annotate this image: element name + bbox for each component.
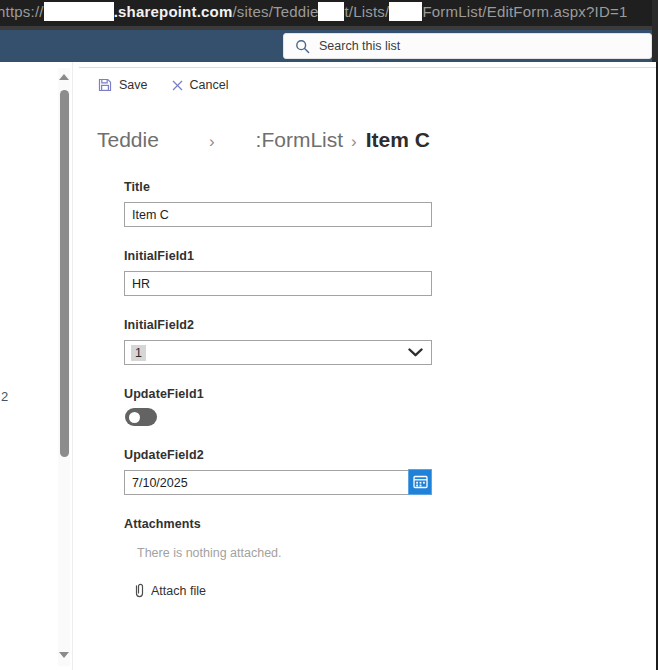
- field-label-initialfield2: InitialField2: [124, 318, 194, 332]
- save-button[interactable]: Save: [98, 78, 148, 92]
- url-text[interactable]: https://.sharepoint.com/sites/Teddiet/Li…: [0, 2, 627, 21]
- window-corner: [652, 0, 658, 62]
- scrollbar-up-arrow-icon[interactable]: [59, 74, 69, 80]
- calendar-icon: [413, 475, 428, 489]
- breadcrumb-item-title: Item C: [366, 128, 430, 152]
- cancel-button-label: Cancel: [190, 78, 229, 92]
- attachments-label: Attachments: [124, 517, 201, 531]
- attach-file-button[interactable]: Attach file: [135, 583, 206, 598]
- scrollbar-down-arrow-icon[interactable]: [59, 652, 69, 658]
- url-redaction-box: [389, 2, 422, 21]
- field-label-updatefield2: UpdateField2: [124, 448, 204, 462]
- attachments-empty-text: There is nothing attached.: [137, 546, 282, 560]
- url-domain: .sharepoint.com: [114, 3, 233, 20]
- url-scheme: https://: [0, 3, 44, 20]
- breadcrumb-list-link[interactable]: :FormList: [256, 128, 344, 152]
- cancel-button[interactable]: Cancel: [172, 78, 229, 92]
- field-label-updatefield1: UpdateField1: [124, 387, 204, 401]
- initialfield1-field[interactable]: [124, 271, 432, 296]
- search-input[interactable]: [319, 39, 619, 53]
- browser-url-bar: https://.sharepoint.com/sites/Teddiet/Li…: [0, 0, 658, 26]
- initialfield2-dropdown[interactable]: 1: [124, 340, 432, 365]
- url-redaction-box: [318, 2, 344, 21]
- updatefield1-toggle[interactable]: [125, 408, 157, 426]
- url-path-sites: /sites/Teddie: [232, 3, 318, 20]
- title-field[interactable]: [124, 202, 432, 227]
- url-redaction-box: [44, 2, 114, 21]
- cutoff-list-number: 2: [1, 389, 8, 404]
- panel-divider: [72, 62, 73, 670]
- search-icon: [295, 39, 310, 54]
- panel-top-border: [79, 67, 656, 68]
- save-button-label: Save: [119, 78, 148, 92]
- scrollbar-thumb[interactable]: [60, 90, 69, 457]
- toggle-knob: [129, 412, 140, 423]
- breadcrumb-site-link[interactable]: Teddie: [97, 128, 159, 152]
- url-path-form: FormList/EditForm.aspx?ID=1: [422, 3, 627, 20]
- save-icon: [98, 78, 112, 92]
- suite-bar: [0, 30, 652, 62]
- attach-file-label: Attach file: [151, 584, 206, 598]
- search-box[interactable]: [283, 33, 652, 59]
- chevron-right-icon: ›: [209, 132, 215, 152]
- field-label-initialfield1: InitialField1: [124, 249, 194, 263]
- chevron-down-icon: [408, 348, 423, 357]
- field-label-title: Title: [124, 180, 150, 194]
- chevron-right-icon: ›: [351, 132, 357, 152]
- updatefield2-date-field[interactable]: [124, 470, 432, 495]
- close-icon: [172, 80, 183, 91]
- breadcrumb: Teddie › :FormList › Item C: [97, 128, 430, 152]
- url-path-lists: t/Lists/: [344, 3, 389, 20]
- dropdown-selected-value: 1: [131, 345, 146, 361]
- date-picker-button[interactable]: [408, 469, 432, 495]
- command-bar: Save Cancel: [98, 76, 228, 94]
- paperclip-icon: [135, 583, 144, 598]
